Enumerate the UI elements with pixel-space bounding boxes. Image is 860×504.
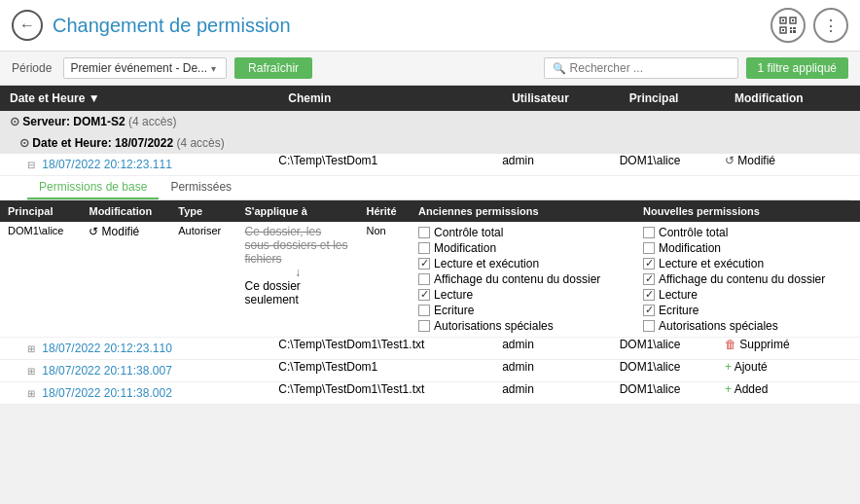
back-button[interactable]: ← xyxy=(12,10,43,41)
perm-item-label: Ecriture xyxy=(434,304,474,317)
perm-item-label: Affichage du contenu du dossier xyxy=(434,272,600,286)
svg-rect-9 xyxy=(793,30,796,33)
list-item: Affichage du contenu du dossier xyxy=(418,271,627,287)
list-item: Autorisations spéciales xyxy=(643,318,852,334)
perm-table-header: Principal Modification Type S'applique à… xyxy=(0,200,860,222)
perm-mod-label: Modifié xyxy=(102,225,140,238)
search-icon: 🔍 xyxy=(553,62,566,75)
checkbox-checked-icon xyxy=(418,289,430,301)
perm-item-label: Affichage du contenu du dossier xyxy=(659,272,825,286)
perm-col-new: Nouvelles permissions xyxy=(635,200,860,222)
perm-type: Autoriser xyxy=(170,222,236,338)
col-date: Date et Heure ▼ xyxy=(0,86,278,111)
checkbox-icon xyxy=(418,242,430,254)
date-access-count: (4 accès) xyxy=(176,136,224,150)
svg-rect-3 xyxy=(792,19,794,21)
more-options-button[interactable]: ⋮ xyxy=(813,8,848,43)
perm-item-label: Autorisations spéciales xyxy=(659,319,778,333)
checkbox-checked-icon xyxy=(418,258,430,270)
row1-date[interactable]: 18/07/2022 20:12:23.111 xyxy=(42,158,171,171)
list-item: Modification xyxy=(643,240,852,256)
checkbox-icon xyxy=(418,273,430,285)
perm-item-label: Lecture et exécution xyxy=(659,257,764,270)
tabs-container: Permissions de base Permissées xyxy=(27,176,850,200)
expand-icon[interactable]: ⊞ xyxy=(27,343,35,354)
list-item: Lecture et exécution xyxy=(643,256,852,271)
date-group-icon: ⊙ xyxy=(19,136,29,150)
perm-mod-icon: ↺ xyxy=(89,225,98,238)
svg-rect-8 xyxy=(790,30,792,33)
row2-date[interactable]: 18/07/2022 20:12:23.110 xyxy=(42,342,171,355)
svg-rect-6 xyxy=(790,27,792,29)
row2-principal: DOM1\alice xyxy=(620,338,725,360)
expand-icon[interactable]: ⊞ xyxy=(27,366,35,377)
perm-applies-to: Ce dossier, les sous-dossiers et les fic… xyxy=(236,222,358,338)
row3-date[interactable]: 18/07/2022 20:11:38.007 xyxy=(42,364,171,378)
main-table: Date et Heure ▼ Chemin Utilisateur Princ… xyxy=(0,86,860,405)
perm-old-applies: Ce dossier, les sous-dossiers et les fic… xyxy=(244,225,347,266)
server-icon: ⊙ xyxy=(10,115,19,128)
row4-user: admin xyxy=(502,382,620,405)
page-title: Changement de permission xyxy=(53,15,770,37)
search-box[interactable]: 🔍 xyxy=(544,57,738,79)
row2-path: C:\Temp\TestDom1\Test1.txt xyxy=(278,338,502,360)
perm-col-herited: Hérité xyxy=(358,200,411,222)
row1-path: C:\Temp\TestDom1 xyxy=(278,154,502,176)
tab-permissees[interactable]: Permissées xyxy=(159,176,243,199)
old-perm-list: Contrôle total Modification Lecture et e… xyxy=(418,225,627,334)
col-principal: Principal xyxy=(620,86,725,111)
row3-path: C:\Temp\TestDom1 xyxy=(278,360,502,382)
row3-mod-label: Ajouté xyxy=(735,360,768,374)
qr-code-button[interactable] xyxy=(770,8,806,43)
svg-rect-1 xyxy=(782,19,784,21)
perm-col-principal: Principal xyxy=(0,200,81,222)
arrow-down-icon: ↓ xyxy=(244,266,350,279)
perm-item-label: Autorisations spéciales xyxy=(434,319,554,333)
refresh-button[interactable]: Rafraîchir xyxy=(234,57,312,79)
checkbox-icon xyxy=(643,227,655,238)
row4-date[interactable]: 18/07/2022 20:11:38.002 xyxy=(42,386,171,400)
filter-button[interactable]: 1 filtre appliqué xyxy=(746,57,848,79)
period-select[interactable]: Premier événement - De... ▾ xyxy=(63,57,227,79)
table-row: ⊟ 18/07/2022 20:12:23.111 C:\Temp\TestDo… xyxy=(0,154,860,176)
permissions-table: Principal Modification Type S'applique à… xyxy=(0,200,860,338)
checkbox-icon xyxy=(418,320,430,332)
server-access-count: (4 accès) xyxy=(128,115,176,128)
list-item: Contrôle total xyxy=(643,225,852,240)
perm-item-label: Lecture xyxy=(434,288,473,302)
toolbar: Période Premier événement - De... ▾ Rafr… xyxy=(0,52,860,86)
row4-modification: + Added xyxy=(725,382,860,405)
perm-item-label: Modification xyxy=(659,241,721,255)
row1-user: admin xyxy=(502,154,620,176)
svg-rect-5 xyxy=(782,29,784,31)
list-item: Affichage du contenu du dossier xyxy=(643,271,852,287)
row2-mod-label: Supprimé xyxy=(739,338,789,351)
date-group-label: Date et Heure: 18/07/2022 xyxy=(32,136,173,150)
list-item: Autorisations spéciales xyxy=(418,318,627,334)
list-item: Contrôle total xyxy=(418,225,627,240)
perm-col-type: Type xyxy=(170,200,236,222)
row4-path: C:\Temp\TestDom1\Test1.txt xyxy=(278,382,502,405)
period-dropdown-arrow-icon: ▾ xyxy=(211,63,216,74)
add-icon: + xyxy=(725,382,732,396)
perm-herited: Non xyxy=(358,222,411,338)
modify-icon: ↺ xyxy=(725,154,735,167)
period-label: Période xyxy=(12,61,52,75)
perm-modification: ↺ Modifié xyxy=(81,222,170,338)
search-input[interactable] xyxy=(570,61,730,75)
period-value: Premier événement - De... xyxy=(70,61,207,75)
perm-item-label: Ecriture xyxy=(659,304,699,317)
row3-modification: + Ajouté xyxy=(725,360,860,382)
list-item: Lecture xyxy=(643,287,852,303)
expand-icon[interactable]: ⊟ xyxy=(27,160,35,170)
row3-user: admin xyxy=(502,360,620,382)
perm-item-label: Lecture et exécution xyxy=(434,257,539,270)
svg-rect-7 xyxy=(793,27,796,29)
table-row: ⊞ 18/07/2022 20:11:38.007 C:\Temp\TestDo… xyxy=(0,360,860,382)
expand-icon[interactable]: ⊞ xyxy=(27,388,35,399)
checkbox-icon xyxy=(418,227,430,238)
table-row: ⊞ 18/07/2022 20:11:38.002 C:\Temp\TestDo… xyxy=(0,382,860,405)
server-group-label: Serveur: DOM1-S2 xyxy=(22,115,125,128)
list-item: Modification xyxy=(418,240,627,256)
tab-base-permissions[interactable]: Permissions de base xyxy=(27,176,159,199)
